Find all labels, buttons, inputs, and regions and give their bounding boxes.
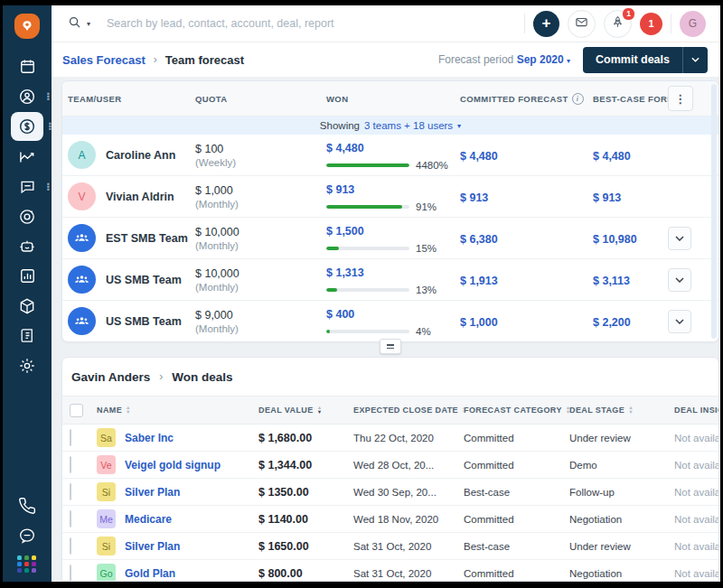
sidebar-item-analytics[interactable]: [9, 142, 45, 172]
committed-forecast-link[interactable]: $ 1,000: [460, 316, 498, 329]
forecast-period-value[interactable]: Sep 2020: [517, 53, 564, 66]
quota-amount: $ 100: [195, 143, 326, 155]
sidebar-item-phone[interactable]: [9, 490, 45, 520]
deal-name-link[interactable]: Silver Plan: [125, 540, 180, 553]
sidebar-item-goals[interactable]: [9, 201, 45, 231]
sidebar-item-conversations[interactable]: •••: [9, 172, 45, 201]
sidebar-item-chat-widget[interactable]: [9, 520, 45, 550]
won-amount-link[interactable]: $ 913: [326, 183, 354, 196]
deal-avatar: Si: [97, 537, 116, 555]
deal-insight: Not available: [674, 568, 718, 579]
deal-insight: Not available: [674, 487, 718, 498]
committed-forecast-link[interactable]: $ 1,913: [460, 275, 498, 287]
breadcrumb-sales-forecast[interactable]: Sales Forecast: [62, 53, 146, 67]
sort-icons: ▲▼: [317, 406, 323, 414]
sidebar-item-settings[interactable]: [9, 350, 45, 380]
team-user-avatar: V: [68, 182, 96, 210]
commit-deals-dropdown[interactable]: [682, 47, 708, 73]
deal-name-cell: Go Gold Plan: [97, 564, 258, 582]
column-committed-forecast[interactable]: COMMITTED FORECASTi: [460, 93, 593, 105]
quota-cell: $ 9,000 (Monthly): [195, 309, 326, 334]
whats-new-button[interactable]: 1: [604, 10, 632, 38]
sidebar-item-deals-active[interactable]: •••: [11, 112, 43, 141]
team-user-avatar: [68, 224, 96, 252]
commit-deals-button[interactable]: Commit deals: [583, 47, 708, 73]
page-title: Team forecast: [165, 53, 244, 67]
deal-name-link[interactable]: Gold Plan: [125, 567, 175, 580]
column-won[interactable]: WON: [326, 94, 460, 104]
deal-name-link[interactable]: Veigel gold signup: [125, 459, 221, 471]
email-button[interactable]: [568, 10, 596, 38]
panel-splitter-handle[interactable]: [380, 339, 401, 354]
expand-team-button[interactable]: [668, 310, 691, 333]
row-checkbox[interactable]: [70, 565, 71, 582]
committed-forecast-link[interactable]: $ 6,380: [460, 233, 498, 246]
deal-name-link[interactable]: Medicare: [125, 513, 172, 526]
topbar-divider: [671, 14, 671, 33]
best-case-forecast-link[interactable]: $ 10,980: [593, 233, 637, 246]
deal-name-link[interactable]: Silver Plan: [125, 486, 180, 499]
page-header-actions: Forecast period Sep 2020 ▾ Commit deals: [438, 47, 708, 73]
notifications-button[interactable]: 1: [640, 13, 662, 35]
column-name[interactable]: NAME▲▼: [97, 406, 258, 415]
column-deal-insights[interactable]: DEAL INSIGHTS: [674, 406, 718, 415]
deal-avatar: Si: [97, 482, 116, 501]
column-quota[interactable]: QUOTA: [195, 94, 326, 104]
best-case-forecast-link[interactable]: $ 913: [593, 191, 621, 204]
sidebar-item-bots[interactable]: [9, 231, 45, 261]
conversations-overflow-icon[interactable]: •••: [47, 182, 50, 191]
won-cell: $ 400 4%: [326, 305, 460, 337]
sidebar-item-products[interactable]: [9, 291, 45, 321]
best-case-forecast-link[interactable]: $ 3,113: [593, 275, 630, 287]
main-area: ▾ Search by lead, contact, account, deal…: [52, 5, 720, 582]
won-amount-link[interactable]: $ 1,500: [326, 225, 364, 238]
quick-add-button[interactable]: +: [533, 11, 559, 37]
won-percent: 4%: [416, 326, 431, 337]
contacts-overflow-icon[interactable]: •••: [47, 92, 50, 100]
deal-close-date: Wed 30 Sep, 20...: [353, 487, 464, 498]
column-forecast-category[interactable]: FORECAST CATEGORY▲▼: [464, 406, 569, 415]
forecast-period-selector[interactable]: Forecast period Sep 2020 ▾: [438, 53, 570, 66]
column-best-case-forecast[interactable]: BEST-CASE FOREC...i: [593, 93, 668, 105]
column-team-user[interactable]: TEAM/USER: [68, 94, 195, 104]
committed-forecast-link[interactable]: $ 913: [460, 191, 488, 204]
apps-grid-icon[interactable]: [17, 555, 37, 573]
column-expected-close-date[interactable]: EXPECTED CLOSE DATE▲▼: [353, 406, 464, 415]
won-progress-bar: [326, 163, 409, 167]
row-checkbox[interactable]: [70, 510, 71, 527]
deal-name-link[interactable]: Saber Inc: [125, 432, 174, 444]
breadcrumb-gavin-anders[interactable]: Gavin Anders: [71, 370, 150, 384]
vertical-scrollbar[interactable]: [711, 84, 717, 339]
committed-forecast-cell: $ 1,000: [460, 313, 593, 330]
freshworks-logo-icon[interactable]: [14, 14, 40, 39]
global-search-input[interactable]: ▾ Search by lead, contact, account, deal…: [52, 15, 524, 33]
row-checkbox[interactable]: [70, 537, 71, 555]
app-window: ••• ••• •••: [3, 5, 720, 582]
best-case-forecast-link[interactable]: $ 2,200: [593, 316, 631, 329]
deal-avatar: Sa: [97, 428, 116, 447]
expand-team-button[interactable]: [668, 227, 691, 250]
sidebar-item-reports[interactable]: [9, 261, 45, 291]
won-amount-link[interactable]: $ 1,313: [326, 266, 364, 279]
info-icon[interactable]: i: [572, 93, 584, 105]
deal-value: $ 1140.00: [258, 513, 353, 526]
row-checkbox[interactable]: [70, 456, 71, 473]
sidebar-item-calendar[interactable]: [9, 51, 45, 81]
search-scope-caret-icon[interactable]: ▾: [87, 20, 90, 28]
select-all-checkbox[interactable]: [70, 404, 83, 417]
deal-name-cell: Si Silver Plan: [97, 537, 258, 555]
kebab-menu-icon[interactable]: ⋮: [668, 86, 693, 111]
row-checkbox[interactable]: [70, 483, 71, 500]
sidebar-item-contacts[interactable]: •••: [9, 81, 45, 111]
sidebar-item-documents[interactable]: [9, 321, 45, 350]
expand-team-button[interactable]: [668, 268, 691, 292]
best-case-forecast-link[interactable]: $ 4,480: [593, 150, 631, 163]
row-checkbox[interactable]: [70, 429, 71, 446]
won-amount-link[interactable]: $ 4,480: [326, 142, 364, 154]
column-deal-stage[interactable]: DEAL STAGE▲▼: [569, 406, 674, 415]
user-avatar[interactable]: G: [680, 11, 706, 37]
showing-teams-users-link[interactable]: 3 teams + 18 users: [364, 120, 453, 131]
committed-forecast-link[interactable]: $ 4,480: [460, 150, 498, 163]
won-amount-link[interactable]: $ 400: [326, 308, 354, 321]
column-deal-value[interactable]: DEAL VALUE▲▼: [258, 406, 353, 415]
